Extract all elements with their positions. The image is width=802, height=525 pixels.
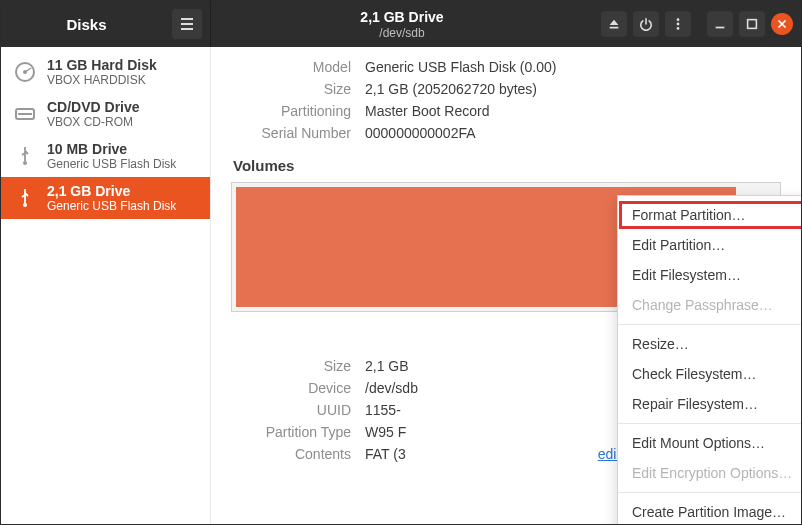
drive-title: 2,1 GB Drive bbox=[47, 183, 176, 199]
drive-title: CD/DVD Drive bbox=[47, 99, 140, 115]
menu-separator bbox=[618, 423, 802, 424]
hamburger-icon bbox=[179, 16, 195, 32]
sidebar-item-usb-small[interactable]: 10 MB Drive Generic USB Flash Disk bbox=[1, 135, 210, 177]
drive-properties: Model Generic USB Flash Disk (0.00) Size… bbox=[231, 59, 781, 141]
menu-separator bbox=[618, 492, 802, 493]
titlebar-drive-subtitle: /dev/sdb bbox=[379, 26, 424, 40]
drive-subtitle: Generic USB Flash Disk bbox=[47, 199, 176, 213]
kebab-icon bbox=[671, 17, 685, 31]
hdd-icon bbox=[13, 60, 37, 84]
drive-subtitle: VBOX CD-ROM bbox=[47, 115, 140, 129]
separator bbox=[697, 11, 701, 37]
close-icon bbox=[775, 17, 789, 31]
menu-resize[interactable]: Resize… bbox=[618, 329, 802, 359]
close-button[interactable] bbox=[771, 13, 793, 35]
svg-rect-7 bbox=[18, 113, 32, 115]
drive-title: 11 GB Hard Disk bbox=[47, 57, 157, 73]
serial-value: 000000000002FA bbox=[365, 125, 781, 141]
svg-point-2 bbox=[677, 27, 680, 30]
content-pane: Model Generic USB Flash Disk (0.00) Size… bbox=[211, 47, 801, 524]
partitioning-value: Master Boot Record bbox=[365, 103, 781, 119]
vol-size-label: Size bbox=[231, 358, 351, 374]
menu-check-filesystem[interactable]: Check Filesystem… bbox=[618, 359, 802, 389]
serial-label: Serial Number bbox=[231, 125, 351, 141]
menu-repair-filesystem[interactable]: Repair Filesystem… bbox=[618, 389, 802, 419]
eject-icon bbox=[607, 17, 621, 31]
menu-separator bbox=[618, 324, 802, 325]
disks-window: Disks 2,1 GB Drive /dev/sdb bbox=[0, 0, 802, 525]
menu-format-partition[interactable]: Format Partition… bbox=[618, 200, 802, 230]
menu-edit-mount-options[interactable]: Edit Mount Options… bbox=[618, 428, 802, 458]
eject-button[interactable] bbox=[601, 11, 627, 37]
volumes-heading: Volumes bbox=[233, 157, 781, 174]
size-label: Size bbox=[231, 81, 351, 97]
minimize-button[interactable] bbox=[707, 11, 733, 37]
svg-point-0 bbox=[677, 18, 680, 21]
hamburger-menu-button[interactable] bbox=[172, 9, 202, 39]
titlebar-drive-title: 2,1 GB Drive bbox=[360, 9, 443, 25]
maximize-icon bbox=[745, 17, 759, 31]
svg-rect-3 bbox=[748, 20, 757, 29]
sidebar-item-usb-selected[interactable]: 2,1 GB Drive Generic USB Flash Disk bbox=[1, 177, 210, 219]
power-icon bbox=[639, 17, 653, 31]
vol-ptype-label: Partition Type bbox=[231, 424, 351, 440]
partitioning-label: Partitioning bbox=[231, 103, 351, 119]
optical-icon bbox=[13, 102, 37, 126]
contents-prefix: FAT (3 bbox=[365, 446, 406, 462]
menu-edit-partition[interactable]: Edit Partition… bbox=[618, 230, 802, 260]
vol-device-label: Device bbox=[231, 380, 351, 396]
maximize-button[interactable] bbox=[739, 11, 765, 37]
sidebar-item-hdd[interactable]: 11 GB Hard Disk VBOX HARDDISK bbox=[1, 51, 210, 93]
power-button[interactable] bbox=[633, 11, 659, 37]
sidebar-drive-list: 11 GB Hard Disk VBOX HARDDISK CD/DVD Dri… bbox=[1, 47, 211, 524]
usb-icon bbox=[13, 144, 37, 168]
drive-title: 10 MB Drive bbox=[47, 141, 176, 157]
menu-change-passphrase: Change Passphrase… bbox=[618, 290, 802, 320]
size-value: 2,1 GB (2052062720 bytes) bbox=[365, 81, 781, 97]
svg-point-9 bbox=[23, 203, 27, 207]
drive-subtitle: VBOX HARDDISK bbox=[47, 73, 157, 87]
titlebar: Disks 2,1 GB Drive /dev/sdb bbox=[1, 1, 801, 47]
app-title: Disks bbox=[66, 16, 106, 33]
titlebar-right bbox=[593, 1, 801, 47]
volume-options-menu: Format Partition… Edit Partition… Edit F… bbox=[617, 195, 802, 525]
menu-edit-filesystem[interactable]: Edit Filesystem… bbox=[618, 260, 802, 290]
kebab-button[interactable] bbox=[665, 11, 691, 37]
body: 11 GB Hard Disk VBOX HARDDISK CD/DVD Dri… bbox=[1, 47, 801, 524]
model-label: Model bbox=[231, 59, 351, 75]
titlebar-center: 2,1 GB Drive /dev/sdb bbox=[211, 1, 593, 47]
vol-contents-label: Contents bbox=[231, 446, 351, 462]
model-value: Generic USB Flash Disk (0.00) bbox=[365, 59, 781, 75]
sidebar-item-optical[interactable]: CD/DVD Drive VBOX CD-ROM bbox=[1, 93, 210, 135]
usb-icon bbox=[13, 186, 37, 210]
menu-create-partition-image[interactable]: Create Partition Image… bbox=[618, 497, 802, 525]
minimize-icon bbox=[713, 17, 727, 31]
svg-point-1 bbox=[677, 23, 680, 26]
svg-point-8 bbox=[23, 161, 27, 165]
titlebar-left: Disks bbox=[1, 1, 211, 47]
menu-edit-encryption-options: Edit Encryption Options… bbox=[618, 458, 802, 488]
vol-uuid-label: UUID bbox=[231, 402, 351, 418]
drive-subtitle: Generic USB Flash Disk bbox=[47, 157, 176, 171]
